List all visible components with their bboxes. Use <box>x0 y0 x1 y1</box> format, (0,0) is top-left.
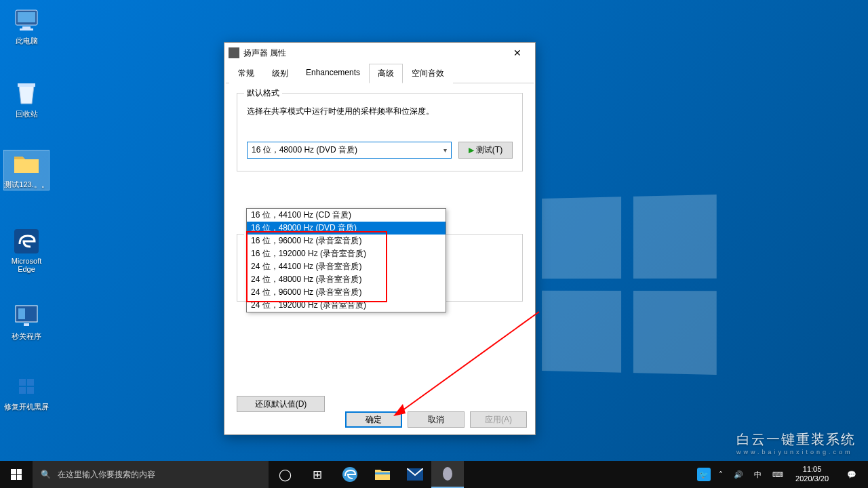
test-button[interactable]: ▶ 测试(T) <box>458 142 513 159</box>
desktop-icon-label: 测试123.。。 <box>4 180 48 188</box>
dialog-title: 扬声器 属性 <box>243 47 286 59</box>
svg-rect-11 <box>19 387 26 394</box>
desktop-icon-label: 此电脑 <box>16 37 38 45</box>
tab-spatial[interactable]: 空间音效 <box>403 64 453 83</box>
wallpaper-windows-logo <box>542 195 717 375</box>
restore-defaults-button[interactable]: 还原默认值(D) <box>237 396 325 412</box>
search-icon: 🔍 <box>41 470 51 479</box>
dialog-titlebar[interactable]: 扬声器 属性 ✕ <box>224 43 535 63</box>
edge-icon <box>13 228 40 255</box>
format-dropdown-list[interactable]: 16 位，44100 Hz (CD 音质) 16 位，48000 Hz (DVD… <box>246 208 446 312</box>
format-option[interactable]: 24 位，48000 Hz (录音室音质) <box>247 273 446 286</box>
taskbar: 🔍 在这里输入你要搜索的内容 ◯ ⊞ 🐦 ˄ 🔊 中 ⌨ 11:05 2020/… <box>0 461 868 488</box>
desktop-icon-this-pc[interactable]: 此电脑 <box>4 7 49 46</box>
close-button[interactable]: ✕ <box>504 44 531 62</box>
chevron-down-icon: ▾ <box>443 146 447 154</box>
dialog-tabs: 常规 级别 Enhancements 高级 空间音效 <box>226 63 534 83</box>
clock-time: 11:05 <box>795 465 829 474</box>
pc-icon <box>13 7 40 34</box>
shutdown-tool-icon <box>13 302 40 329</box>
tab-enhancements[interactable]: Enhancements <box>297 64 369 83</box>
repair-icon <box>13 373 40 400</box>
group-title: 默认格式 <box>244 87 282 99</box>
svg-rect-10 <box>27 379 34 386</box>
action-center-button[interactable]: 💬 <box>838 461 865 488</box>
start-button[interactable] <box>0 461 33 488</box>
taskbar-clock[interactable]: 11:05 2020/3/20 <box>791 465 833 484</box>
play-icon: ▶ <box>469 146 474 155</box>
speaker-properties-dialog: 扬声器 属性 ✕ 常规 级别 Enhancements 高级 空间音效 默认格式… <box>224 42 536 435</box>
svg-point-18 <box>443 467 452 481</box>
apply-button[interactable]: 应用(A) <box>470 411 527 428</box>
svg-rect-4 <box>18 83 35 87</box>
format-option[interactable]: 24 位，192000 Hz (录音室音质) <box>247 299 446 312</box>
recycle-bin-icon <box>13 80 40 107</box>
tray-chevron-up-icon[interactable]: ˄ <box>716 469 726 481</box>
svg-rect-3 <box>20 28 33 30</box>
desktop-icon-edge[interactable]: Microsoft Edge <box>4 228 49 273</box>
cancel-button[interactable]: 取消 <box>408 411 465 428</box>
svg-rect-9 <box>19 379 26 386</box>
cortana-button[interactable]: ◯ <box>269 461 301 488</box>
watermark: 白云一键重装系统 www.baiyunxitong.com <box>736 430 856 455</box>
taskbar-app-settings[interactable] <box>431 461 464 488</box>
group-default-format: 默认格式 选择在共享模式中运行时使用的采样频率和位深度。 16 位，48000 … <box>237 93 523 171</box>
svg-rect-2 <box>22 26 31 28</box>
clock-date: 2020/3/20 <box>795 474 829 484</box>
task-view-button[interactable]: ⊞ <box>301 461 334 488</box>
svg-rect-7 <box>18 308 25 319</box>
tray-ime-indicator[interactable]: 中 <box>751 468 764 481</box>
taskbar-app-mail[interactable] <box>399 461 431 488</box>
tab-general[interactable]: 常规 <box>229 64 263 83</box>
svg-rect-1 <box>18 12 35 22</box>
desktop-icon-shutdown-tool[interactable]: 秒关程序 <box>4 302 49 342</box>
tray-keyboard-icon[interactable]: ⌨ <box>770 469 786 481</box>
format-option[interactable]: 16 位，48000 Hz (DVD 音质) <box>247 222 446 235</box>
svg-rect-12 <box>27 387 34 394</box>
desktop-icon-boot-repair[interactable]: 修复开机黑屏 <box>4 373 49 412</box>
system-tray: 🐦 ˄ 🔊 中 ⌨ 11:05 2020/3/20 💬 <box>697 461 868 488</box>
folder-icon <box>13 150 40 178</box>
ok-button[interactable]: 确定 <box>345 411 402 428</box>
taskbar-app-edge[interactable] <box>334 461 366 488</box>
tab-panel-advanced: 默认格式 选择在共享模式中运行时使用的采样频率和位深度。 16 位，48000 … <box>224 83 535 414</box>
format-option[interactable]: 16 位，44100 Hz (CD 音质) <box>247 209 446 222</box>
tab-levels[interactable]: 级别 <box>263 64 297 83</box>
format-option[interactable]: 24 位，44100 Hz (录音室音质) <box>247 260 446 273</box>
desktop-icon-recycle-bin[interactable]: 回收站 <box>4 80 49 119</box>
group-description: 选择在共享模式中运行时使用的采样频率和位深度。 <box>247 106 513 117</box>
format-option[interactable]: 24 位，96000 Hz (录音室音质) <box>247 286 446 299</box>
desktop-icon-label: 回收站 <box>16 110 38 118</box>
speaker-icon <box>229 47 239 58</box>
tab-advanced[interactable]: 高级 <box>369 64 403 83</box>
windows-icon <box>11 469 22 480</box>
dialog-button-row: 确定 取消 应用(A) <box>345 411 527 428</box>
combo-selected-text: 16 位，48000 Hz (DVD 音质) <box>252 144 357 156</box>
desktop-icon-label: 秒关程序 <box>12 332 41 340</box>
taskbar-app-explorer[interactable] <box>366 461 399 488</box>
format-option[interactable]: 16 位，192000 Hz (录音室音质) <box>247 247 446 260</box>
desktop-icon-label: Microsoft Edge <box>12 257 42 273</box>
tray-volume-icon[interactable]: 🔊 <box>731 469 746 481</box>
format-combobox[interactable]: 16 位，48000 Hz (DVD 音质) ▾ <box>247 142 452 159</box>
svg-rect-8 <box>24 323 29 326</box>
svg-rect-16 <box>375 472 390 474</box>
desktop-icon-label: 修复开机黑屏 <box>4 403 49 411</box>
format-option[interactable]: 16 位，96000 Hz (录音室音质) <box>247 235 446 247</box>
taskbar-search[interactable]: 🔍 在这里输入你要搜索的内容 <box>33 461 269 488</box>
search-placeholder: 在这里输入你要搜索的内容 <box>58 469 155 481</box>
tray-twitter-icon[interactable]: 🐦 <box>697 468 711 481</box>
desktop-icon-test-folder[interactable]: 测试123.。。 <box>4 150 49 190</box>
